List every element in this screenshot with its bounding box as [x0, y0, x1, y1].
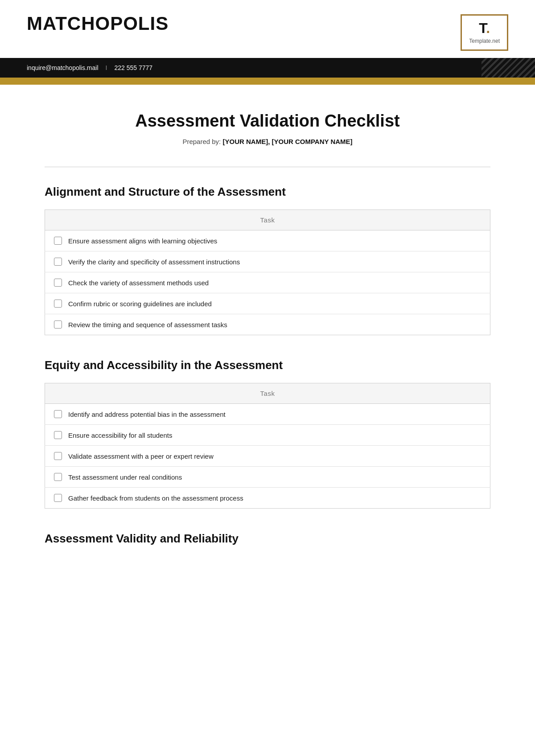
checkbox[interactable] — [54, 237, 62, 245]
section-equity-heading: Equity and Accessibility in the Assessme… — [45, 358, 490, 372]
checkbox[interactable] — [54, 452, 62, 460]
table-row: Identify and address potential bias in t… — [45, 404, 490, 425]
checkbox[interactable] — [54, 473, 62, 481]
checklist-item: Verify the clarity and specificity of as… — [68, 258, 240, 266]
checklist-item: Ensure accessibility for all students — [68, 431, 172, 439]
page-header: MATCHOPOLIS T. Template.net — [0, 0, 535, 51]
template-logo-label: Template.net — [469, 38, 500, 44]
template-logo-letter: T. — [469, 21, 500, 35]
contact-separator: I — [106, 64, 107, 71]
checklist-item: Identify and address potential bias in t… — [68, 411, 226, 418]
table-row: Gather feedback from students on the ass… — [45, 488, 490, 509]
section-equity: Equity and Accessibility in the Assessme… — [45, 358, 490, 509]
contact-phone: 222 555 7777 — [114, 64, 152, 71]
checkbox[interactable] — [54, 300, 62, 308]
checkbox[interactable] — [54, 258, 62, 266]
table-row: Confirm rubric or scoring guidelines are… — [45, 293, 490, 314]
checkbox[interactable] — [54, 494, 62, 502]
table-row: Validate assessment with a peer or exper… — [45, 446, 490, 467]
equity-table-header: Task — [45, 383, 490, 404]
checklist-item: Validate assessment with a peer or exper… — [68, 452, 214, 460]
checklist-item: Test assessment under real conditions — [68, 473, 182, 481]
prepared-by-prefix: Prepared by: — [182, 138, 222, 145]
checkbox[interactable] — [54, 431, 62, 439]
table-row: Ensure assessment aligns with learning o… — [45, 230, 490, 251]
checklist-item: Review the timing and sequence of assess… — [68, 321, 227, 329]
checklist-item: Ensure assessment aligns with learning o… — [68, 237, 217, 245]
checklist-item: Confirm rubric or scoring guidelines are… — [68, 300, 212, 308]
section-alignment: Alignment and Structure of the Assessmen… — [45, 185, 490, 335]
brand-name: MATCHOPOLIS — [27, 14, 169, 33]
template-net-logo: T. Template.net — [461, 14, 508, 51]
contact-bar: inquire@matchopolis.mail I 222 555 7777 — [0, 58, 535, 78]
contact-email: inquire@matchopolis.mail — [27, 64, 99, 71]
document-title: Assessment Validation Checklist — [45, 111, 490, 131]
table-row: Ensure accessibility for all students — [45, 425, 490, 446]
checkbox[interactable] — [54, 410, 62, 418]
gold-accent-bar — [0, 78, 535, 85]
checklist-item: Gather feedback from students on the ass… — [68, 494, 243, 502]
section-validity: Assessment Validity and Reliability — [45, 532, 490, 546]
table-row: Review the timing and sequence of assess… — [45, 314, 490, 335]
table-row: Test assessment under real conditions — [45, 467, 490, 488]
alignment-table: Task Ensure assessment aligns with learn… — [45, 210, 490, 335]
section-alignment-heading: Alignment and Structure of the Assessmen… — [45, 185, 490, 199]
main-content: Assessment Validation Checklist Prepared… — [0, 85, 535, 583]
brand-logo: MATCHOPOLIS — [27, 14, 169, 33]
alignment-table-header: Task — [45, 210, 490, 230]
table-row: Check the variety of assessment methods … — [45, 272, 490, 293]
title-divider — [45, 167, 490, 167]
table-row: Verify the clarity and specificity of as… — [45, 251, 490, 272]
section-validity-heading: Assessment Validity and Reliability — [45, 532, 490, 546]
checkbox[interactable] — [54, 320, 62, 329]
checkbox[interactable] — [54, 279, 62, 287]
equity-table: Task Identify and address potential bias… — [45, 383, 490, 509]
prepared-by-line: Prepared by: [YOUR NAME], [YOUR COMPANY … — [45, 138, 490, 145]
checklist-item: Check the variety of assessment methods … — [68, 279, 209, 287]
prepared-by-value: [YOUR NAME], [YOUR COMPANY NAME] — [222, 138, 352, 145]
